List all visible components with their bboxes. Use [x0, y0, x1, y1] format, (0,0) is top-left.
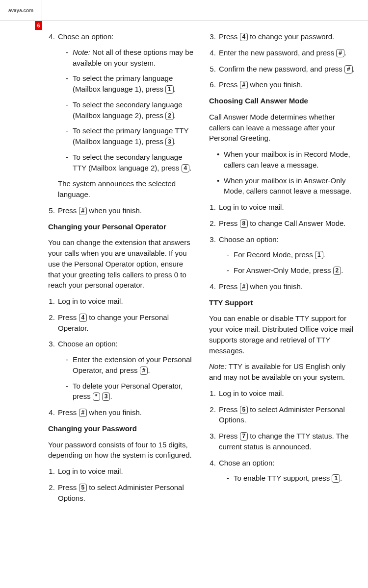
password-steps-cont: Press 4 to change your password. Enter t…	[209, 31, 358, 90]
lang-steps-cont: Chose an option: Note: Not all of these …	[48, 31, 197, 216]
po-step-3-options: Enter the extension of your Personal Ope…	[58, 354, 197, 402]
call-answer-bullets: When your mailbox is in Record Mode, cal…	[209, 149, 358, 196]
header-site-cell: avaya.com	[0, 0, 42, 21]
key-5-icon: 5	[240, 406, 248, 414]
site-label: avaya.com	[8, 8, 33, 13]
opt-secondary-lang: To select the secondary language (Mailbo…	[66, 99, 197, 121]
po-step-4: Press # when you finish.	[57, 407, 197, 418]
heading-password: Changing your Password	[48, 423, 197, 434]
key-1-icon: 1	[165, 85, 174, 94]
pw-step-6: Press # when you finish.	[218, 79, 358, 90]
key-8-icon: 8	[240, 220, 248, 228]
heading-call-answer: Choosing Call Answer Mode	[209, 96, 358, 106]
key-hash-icon: #	[79, 207, 87, 215]
step-4-lead: Chose an option:	[58, 32, 113, 41]
key-star-icon: *	[93, 392, 100, 401]
key-5-icon: 5	[79, 484, 87, 492]
heading-personal-operator: Changing your Personal Operator	[48, 221, 197, 232]
po-opt-enter-ext: Enter the extension of your Personal Ope…	[66, 354, 197, 376]
personal-operator-steps: Log in to voice mail. Press 4 to change …	[48, 296, 197, 418]
step-5: Press # when you finish.	[57, 205, 197, 216]
note-body: TTY is available for US English only and…	[209, 362, 345, 381]
key-hash-icon: #	[140, 367, 148, 375]
pw-step-2: Press 5 to select Administer Personal Op…	[57, 482, 197, 504]
password-steps-start: Log in to voice mail. Press 5 to select …	[48, 466, 197, 503]
tt-step-3: Press 7 to change the TTY status. The cu…	[218, 431, 358, 452]
left-gutter	[0, 31, 48, 580]
po-step-1: Log in to voice mail.	[57, 296, 197, 307]
key-1-icon: 1	[315, 251, 323, 259]
tt-step-2: Press 5 to select Administer Personal Op…	[218, 404, 358, 426]
step-4-note: Note: Not all of these options may be av…	[66, 47, 197, 69]
key-4-icon: 4	[240, 33, 248, 41]
password-desc: Your password consists of four to 15 dig…	[48, 440, 197, 461]
page-number: 6	[37, 23, 40, 28]
key-2-icon: 2	[333, 267, 342, 275]
opt-primary-lang: To select the primary language (Mailbox …	[66, 73, 197, 95]
tt-opt-enable: To enable TTY support, press 1.	[227, 473, 358, 484]
step-4-after: The system announces the selected langua…	[58, 178, 197, 200]
po-opt-delete: To delete your Personal Operator, press …	[66, 381, 197, 402]
ca-step-1: Log in to voice mail.	[218, 202, 358, 213]
call-answer-steps: Log in to voice mail. Press 8 to change …	[209, 202, 358, 292]
tty-note: Note: TTY is available for US English on…	[209, 361, 358, 383]
key-4-icon: 4	[79, 314, 87, 322]
heading-tty: TTY Support	[209, 297, 358, 308]
ca-bullet-record: When your mailbox is in Record Mode, cal…	[217, 149, 358, 171]
opt-primary-tty: To select the primary language TTY (Mail…	[66, 125, 197, 147]
key-3-icon: 3	[102, 392, 110, 401]
content-area: Chose an option: Note: Not all of these …	[0, 31, 368, 580]
key-hash-icon: #	[240, 283, 248, 291]
tty-desc: You can enable or disable TTY support fo…	[209, 313, 358, 356]
note-prefix: Note:	[73, 48, 90, 56]
ca-step-4: Press # when you finish.	[218, 281, 358, 292]
manual-page: avaya.com 6 Chose an option: Note: Not a…	[0, 0, 368, 588]
key-hash-icon: #	[240, 81, 248, 89]
po-step-3: Choose an option: Enter the extension of…	[57, 339, 197, 402]
columns: Chose an option: Note: Not all of these …	[48, 31, 368, 580]
ca-step-3: Choose an option: For Record Mode, press…	[218, 234, 358, 276]
personal-operator-desc: You can change the extension that answer…	[48, 237, 197, 291]
ca-opt-answeronly: For Answer-Only Mode, press 2.	[227, 265, 358, 276]
opt-secondary-tty: To select the secondary language TTY (Ma…	[66, 152, 197, 173]
ca-step-3-options: For Record Mode, press 1. For Answer-Onl…	[219, 249, 358, 276]
step-4: Chose an option: Note: Not all of these …	[57, 31, 197, 200]
key-4-icon: 4	[182, 164, 190, 172]
note-body: Not all of these options may be availabl…	[73, 48, 193, 67]
key-hash-icon: #	[79, 409, 87, 417]
tt-step-4: Chose an option: To enable TTY support, …	[218, 458, 358, 484]
pw-step-5: Confirm the new password, and press #.	[218, 64, 358, 74]
key-hash-icon: #	[336, 49, 344, 57]
key-3-icon: 3	[165, 138, 174, 146]
note-prefix: Note:	[209, 362, 227, 370]
pw-step-1: Log in to voice mail.	[57, 466, 197, 477]
pw-step-4: Enter the new password, and press #.	[218, 48, 358, 58]
step-4-options: Note: Not all of these options may be av…	[58, 47, 197, 173]
page-number-badge: 6	[35, 21, 42, 30]
tt-step-1: Log in to voice mail.	[218, 388, 358, 399]
call-answer-desc: Call Answer Mode determines whether call…	[209, 112, 358, 144]
po-step-2: Press 4 to change your Personal Operator…	[57, 312, 197, 334]
key-hash-icon: #	[344, 65, 353, 74]
ca-opt-record: For Record Mode, press 1.	[227, 249, 358, 260]
tt-step-4-options: To enable TTY support, press 1.	[219, 473, 358, 484]
key-7-icon: 7	[240, 432, 248, 441]
ca-bullet-answeronly: When your mailbox is in Answer-Only Mode…	[217, 175, 358, 197]
key-2-icon: 2	[165, 112, 174, 120]
pw-step-3: Press 4 to change your password.	[218, 31, 358, 42]
column-right: Press 4 to change your password. Enter t…	[209, 31, 358, 580]
page-header: avaya.com	[0, 0, 368, 21]
ca-step-2: Press 8 to change Call Answer Mode.	[218, 218, 358, 229]
key-1-icon: 1	[332, 474, 340, 483]
column-left: Chose an option: Note: Not all of these …	[48, 31, 197, 580]
tty-steps: Log in to voice mail. Press 5 to select …	[209, 388, 358, 484]
